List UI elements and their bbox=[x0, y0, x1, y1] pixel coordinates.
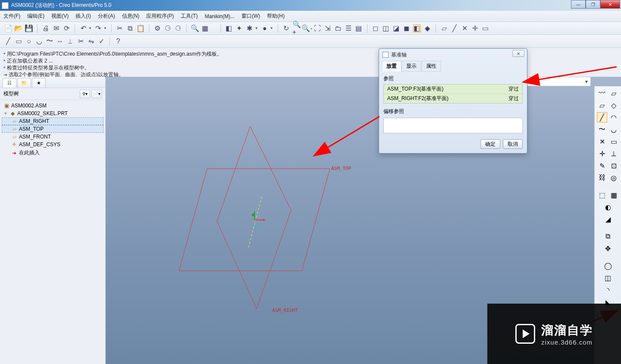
sk-rect-icon[interactable]: ▭ bbox=[15, 38, 22, 45]
rt-icon[interactable]: ▭ bbox=[608, 136, 619, 147]
refs-list[interactable]: ASM_TOP:F3(基准平面) 穿过 ASM_RIGHT:F2(基准平面) 穿… bbox=[383, 84, 523, 104]
menu-help[interactable]: 帮助(H) bbox=[267, 13, 285, 20]
menu-info[interactable]: 信息(N) bbox=[122, 13, 140, 20]
sk-dim-icon[interactable]: ↔ bbox=[56, 38, 64, 45]
display-3-icon[interactable]: ✱ bbox=[246, 25, 254, 32]
sk-circle-icon[interactable]: ○ bbox=[25, 38, 33, 45]
orient-icon[interactable]: ⇲ bbox=[324, 25, 332, 32]
sk-mirror-icon[interactable]: ⇋ bbox=[87, 38, 95, 45]
copy-icon[interactable]: ⧉ bbox=[126, 25, 134, 32]
rt-round-icon[interactable]: ◝ bbox=[603, 285, 613, 295]
dialog-tab-display[interactable]: 显示 bbox=[401, 61, 421, 72]
zoom-out-icon[interactable]: 🔍- bbox=[303, 25, 311, 32]
regen3-icon[interactable]: ⚆ bbox=[174, 25, 182, 32]
display-2-icon[interactable]: ✦ bbox=[235, 25, 243, 32]
menu-app[interactable]: 应用程序(P) bbox=[146, 13, 174, 20]
rt-move-icon[interactable]: ✥ bbox=[603, 243, 613, 254]
new-icon[interactable]: 📄 bbox=[4, 25, 12, 32]
menu-file[interactable]: 文件(F) bbox=[3, 13, 20, 20]
maximize-button[interactable]: ❐ bbox=[586, 0, 600, 9]
nohidden-icon[interactable]: ◪ bbox=[392, 25, 400, 32]
undo-dropdown-icon[interactable]: ▼ bbox=[88, 26, 92, 30]
redo-dropdown-icon[interactable]: ▼ bbox=[104, 26, 107, 30]
datum-point-icon[interactable]: ✕ bbox=[461, 25, 469, 32]
cut-icon[interactable]: ✂ bbox=[116, 25, 124, 32]
refresh-icon[interactable]: ⟳ bbox=[63, 25, 70, 32]
close-button[interactable]: ✕ bbox=[600, 0, 620, 9]
open-icon[interactable]: 📂 bbox=[15, 25, 22, 32]
rt-icon[interactable]: ⊥ bbox=[608, 148, 619, 159]
menu-edit[interactable]: 编辑(E) bbox=[27, 13, 44, 20]
view-mgr-icon[interactable]: ▤ bbox=[355, 25, 363, 32]
regen-icon[interactable]: ⚙ bbox=[154, 25, 161, 32]
rt-csys-icon[interactable]: ✛ bbox=[597, 148, 607, 159]
saved-view-icon[interactable]: 🗀 bbox=[334, 25, 342, 32]
zoom-fit-icon[interactable]: ⛶ bbox=[314, 25, 321, 32]
dialog-close-button[interactable]: ✕ bbox=[512, 50, 524, 57]
tree-root[interactable]: ▣ ASM0002.ASM bbox=[2, 102, 104, 110]
datum-csys-icon[interactable]: ✛ bbox=[471, 25, 479, 32]
rt-icon[interactable]: ◡ bbox=[608, 124, 619, 135]
view-spin-icon[interactable]: ↻ bbox=[282, 25, 290, 32]
paste-icon[interactable]: 📋 bbox=[137, 25, 144, 32]
rt-icon[interactable]: ⊡ bbox=[608, 160, 619, 171]
menu-view[interactable]: 视图(V) bbox=[51, 13, 69, 20]
tree-item-skel[interactable]: + ◆ ASM0002_SKEL.PRT bbox=[2, 110, 104, 117]
dialog-tab-placement[interactable]: 放置 bbox=[382, 61, 401, 72]
regen2-icon[interactable]: ⚆ bbox=[164, 25, 172, 32]
panel-tab-fav[interactable]: ★ bbox=[32, 78, 46, 88]
hidden-icon[interactable]: ◫ bbox=[382, 25, 390, 32]
sk-arc-icon[interactable]: ◡ bbox=[35, 38, 43, 45]
annot-icon[interactable]: ▭ bbox=[482, 25, 489, 32]
tree-item-right[interactable]: ▱ ASM_RIGHT bbox=[2, 117, 104, 125]
mail-icon[interactable]: ✉ bbox=[52, 25, 60, 32]
tree-item-csys[interactable]: ✛ ASM_DEF_CSYS bbox=[2, 141, 104, 148]
print-icon[interactable]: 🖨 bbox=[42, 25, 50, 32]
rt-icon[interactable]: ◎ bbox=[608, 173, 619, 183]
menu-tools[interactable]: 工具(T) bbox=[181, 13, 198, 20]
rt-curve-icon[interactable]: 〜 bbox=[597, 124, 607, 135]
panel-tab-tree[interactable]: ☷ bbox=[3, 78, 16, 88]
rt-icon[interactable]: ◠ bbox=[608, 112, 619, 122]
sk-line-icon[interactable]: ╱ bbox=[4, 38, 12, 45]
menu-manikin[interactable]: Manikin(M)... bbox=[205, 13, 235, 19]
sk-spline-icon[interactable]: 〜 bbox=[46, 38, 53, 45]
tree-settings-button[interactable]: ⚲▾ bbox=[80, 90, 90, 98]
ref-row[interactable]: ASM_TOP:F3(基准平面) 穿过 bbox=[384, 85, 522, 94]
datum-plane-icon[interactable]: 〰 bbox=[597, 88, 607, 98]
undo-icon[interactable]: ↶ bbox=[79, 25, 87, 32]
zoom-in-icon[interactable]: 🔍+ bbox=[293, 25, 301, 32]
rt-table-icon[interactable]: ▦ bbox=[608, 190, 619, 200]
display-1-icon[interactable]: ◧ bbox=[225, 25, 233, 32]
cancel-button[interactable]: 取消 bbox=[503, 139, 523, 149]
expand-icon[interactable]: + bbox=[3, 110, 8, 116]
dialog-title-bar[interactable]: 基准轴 ✕ bbox=[379, 49, 527, 61]
help-icon[interactable]: ? bbox=[114, 38, 122, 45]
rt-point-icon[interactable]: ✕ bbox=[597, 136, 607, 147]
rt-sketch-icon[interactable]: ✎ bbox=[597, 160, 607, 171]
sk-trim-icon[interactable]: ✂ bbox=[77, 38, 85, 45]
rt-plane-icon[interactable]: ▱ bbox=[597, 100, 607, 110]
redo-icon[interactable]: ↷ bbox=[94, 25, 102, 32]
rt-sweep-icon[interactable]: ◢ bbox=[603, 214, 613, 224]
ref-row[interactable]: ASM_RIGHT:F2(基准平面) 穿过 bbox=[384, 94, 522, 103]
menu-window[interactable]: 窗口(W) bbox=[242, 13, 260, 20]
menu-insert[interactable]: 插入(I) bbox=[75, 13, 91, 20]
select-icon[interactable]: ▦ bbox=[201, 25, 209, 32]
tree-item-insert[interactable]: ➔ 在此插入 bbox=[2, 148, 104, 157]
rt-icon[interactable]: ▱ bbox=[608, 88, 619, 98]
display-4-icon[interactable]: ● bbox=[261, 25, 269, 32]
rt-hole-icon[interactable]: ◯ bbox=[603, 260, 613, 271]
rt-assem-icon[interactable]: ⧉ bbox=[603, 231, 613, 242]
dialog-tab-props[interactable]: 属性 bbox=[421, 61, 441, 72]
sk-done-icon[interactable]: ✓ bbox=[97, 38, 105, 45]
tree-item-front[interactable]: ▱ ASM_FRONT bbox=[2, 133, 104, 141]
enh-icon[interactable]: ◆ bbox=[423, 25, 431, 32]
datum-axis-tool-icon[interactable]: ╱ bbox=[597, 112, 607, 122]
menu-analysis[interactable]: 分析(A) bbox=[98, 13, 115, 20]
sk-const-icon[interactable]: ⟂ bbox=[66, 38, 74, 45]
tree-item-top[interactable]: ▱ ASM_TOP bbox=[2, 125, 104, 133]
datum-axis-icon[interactable]: ╱ bbox=[451, 25, 458, 32]
datum-plane-icon[interactable]: ▱ bbox=[440, 25, 448, 32]
save-icon[interactable]: 💾 bbox=[25, 25, 33, 32]
